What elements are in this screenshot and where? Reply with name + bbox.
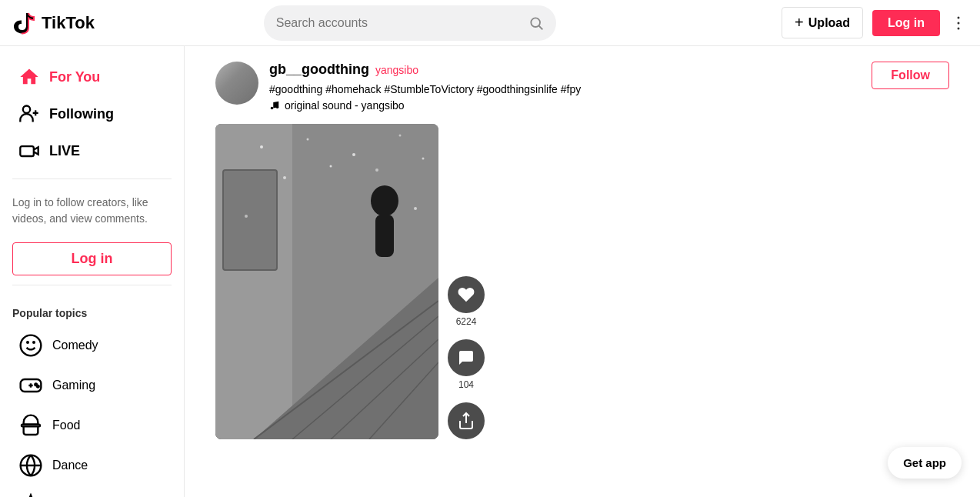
staircase-visual <box>215 124 438 439</box>
search-input[interactable] <box>276 16 528 30</box>
svg-point-3 <box>958 22 960 24</box>
header: TikTok + Upload Log in <box>0 0 980 46</box>
comedy-icon <box>18 333 43 358</box>
svg-line-1 <box>538 25 542 29</box>
video-with-interactions: 6224 104 <box>215 124 949 439</box>
sidebar-login-button[interactable]: Log in <box>12 242 172 275</box>
for-you-label: For You <box>49 69 100 85</box>
svg-point-20 <box>276 106 279 109</box>
svg-point-34 <box>399 135 402 137</box>
following-icon <box>18 103 40 125</box>
more-options-button[interactable] <box>949 14 968 32</box>
beauty-icon <box>18 493 43 497</box>
video-player[interactable] <box>215 124 438 439</box>
sidebar-divider <box>12 178 172 179</box>
topic-item-comedy[interactable]: Comedy <box>6 325 178 365</box>
header-right: + Upload Log in <box>782 7 968 38</box>
svg-rect-17 <box>22 425 40 427</box>
svg-point-0 <box>531 18 540 27</box>
dance-icon <box>18 453 43 478</box>
svg-point-2 <box>958 16 960 18</box>
svg-point-19 <box>271 107 274 110</box>
svg-point-37 <box>375 168 378 172</box>
more-icon <box>949 14 968 32</box>
like-icon-container <box>448 276 485 313</box>
hashtags: #goodthing #homehack #StumbleToVictory #… <box>269 81 861 98</box>
sidebar-item-following[interactable]: Following <box>6 95 178 132</box>
live-icon <box>18 140 40 162</box>
gaming-label: Gaming <box>52 379 95 392</box>
topic-item-food[interactable]: Food <box>6 405 178 445</box>
comedy-label: Comedy <box>52 339 98 352</box>
dance-label: Dance <box>52 459 88 472</box>
sidebar-divider-2 <box>12 285 172 285</box>
topic-item-dance[interactable]: Dance <box>6 445 178 485</box>
comments-count: 104 <box>458 379 474 390</box>
food-icon <box>18 413 43 438</box>
content-area: gb__goodthing yangsibo #goodthing #homeh… <box>185 46 980 497</box>
avatar-image <box>215 62 258 105</box>
header-login-button[interactable]: Log in <box>872 10 940 36</box>
username-handle[interactable]: yangsibo <box>375 64 418 76</box>
sound-row: original sound - yangsibo <box>269 99 861 112</box>
share-button[interactable] <box>448 402 485 439</box>
svg-rect-8 <box>20 146 34 156</box>
sidebar: For You Following LIVE <box>0 46 185 497</box>
tiktok-logo-icon <box>12 11 37 35</box>
topic-item-gaming[interactable]: Gaming <box>6 365 178 405</box>
login-prompt: Log in to follow creators, like videos, … <box>0 188 184 233</box>
svg-point-29 <box>371 185 398 216</box>
interaction-panel: 6224 104 <box>448 276 485 439</box>
comment-icon-container <box>448 339 485 376</box>
follow-button[interactable]: Follow <box>872 62 949 89</box>
svg-point-5 <box>23 106 30 113</box>
sidebar-item-for-you[interactable]: For You <box>6 58 178 95</box>
svg-point-32 <box>307 138 309 141</box>
svg-point-16 <box>37 385 39 388</box>
likes-count: 6224 <box>456 316 477 327</box>
topic-item-beauty[interactable]: Beauty <box>6 485 178 497</box>
svg-point-36 <box>330 165 332 168</box>
video-thumbnail <box>215 124 438 439</box>
svg-point-33 <box>352 153 355 156</box>
logo[interactable]: TikTok <box>12 11 151 35</box>
svg-point-39 <box>245 215 248 218</box>
sidebar-item-live[interactable]: LIVE <box>6 132 178 169</box>
comment-icon <box>457 349 475 367</box>
food-label: Food <box>52 419 80 432</box>
username[interactable]: gb__goodthing <box>269 62 369 78</box>
username-row: gb__goodthing yangsibo <box>269 62 861 78</box>
get-app-button[interactable]: Get app <box>888 447 962 479</box>
like-button[interactable]: 6224 <box>448 276 485 327</box>
svg-rect-28 <box>223 170 277 270</box>
svg-point-4 <box>958 27 960 29</box>
svg-point-31 <box>260 145 263 148</box>
search-bar[interactable] <box>264 5 556 41</box>
video-section: gb__goodthing yangsibo #goodthing #homeh… <box>215 62 949 482</box>
popular-topics-header: Popular topics <box>0 295 184 325</box>
share-icon-container <box>448 402 485 439</box>
avatar[interactable] <box>215 62 258 105</box>
main-layout: For You Following LIVE <box>0 46 980 497</box>
home-icon <box>18 66 40 88</box>
svg-point-40 <box>414 207 417 210</box>
share-icon <box>457 412 475 430</box>
svg-point-38 <box>422 158 425 160</box>
svg-point-9 <box>21 335 42 356</box>
gaming-icon <box>18 373 43 398</box>
plus-icon: + <box>795 14 804 32</box>
music-icon <box>269 100 280 111</box>
upload-label: Upload <box>808 16 850 30</box>
search-button[interactable] <box>528 15 544 31</box>
video-info: gb__goodthing yangsibo #goodthing #homeh… <box>269 62 861 112</box>
sound-label[interactable]: original sound - yangsibo <box>285 99 405 112</box>
svg-rect-30 <box>375 215 394 257</box>
heart-icon <box>457 285 475 304</box>
following-label: Following <box>49 106 114 122</box>
comment-button[interactable]: 104 <box>448 339 485 390</box>
search-icon <box>528 15 544 31</box>
svg-point-35 <box>283 176 286 179</box>
upload-button[interactable]: + Upload <box>782 7 863 38</box>
video-header: gb__goodthing yangsibo #goodthing #homeh… <box>215 62 949 112</box>
logo-text: TikTok <box>42 13 95 33</box>
